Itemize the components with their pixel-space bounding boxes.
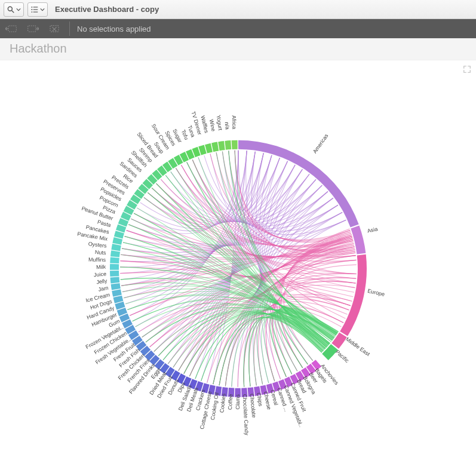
page-title: Hackathon — [10, 42, 466, 56]
selection-back-icon — [5, 24, 17, 33]
selection-forward-button[interactable] — [25, 22, 41, 36]
selection-clear-button[interactable] — [47, 22, 62, 36]
svg-rect-5 — [33, 9, 38, 10]
svg-point-4 — [31, 9, 32, 10]
divider — [69, 22, 70, 36]
chord-label: Clams — [234, 394, 241, 457]
search-dropdown-button[interactable] — [4, 2, 24, 17]
selection-clear-icon — [49, 24, 60, 33]
expand-icon[interactable] — [463, 65, 471, 76]
svg-rect-8 — [8, 26, 16, 32]
svg-rect-9 — [28, 26, 36, 32]
svg-rect-3 — [33, 7, 38, 7]
chord-label: Muffins — [0, 255, 106, 263]
dashboard-title: Executive Dashboard - copy — [55, 5, 159, 14]
svg-point-2 — [31, 6, 32, 7]
chevron-down-icon — [40, 7, 45, 12]
chevron-down-icon — [16, 7, 21, 12]
svg-rect-7 — [33, 11, 38, 12]
page-header: Hackathon — [0, 38, 476, 60]
search-icon — [7, 5, 15, 14]
list-icon — [30, 5, 39, 14]
svg-line-1 — [12, 10, 14, 13]
selection-forward-icon — [27, 24, 39, 33]
selection-bar: No selections applied — [0, 19, 476, 38]
top-toolbar: Executive Dashboard - copy — [0, 0, 476, 19]
chord-chart[interactable]: AmericasAsiaEuropeMiddle EastPacificAnch… — [0, 60, 476, 457]
list-dropdown-button[interactable] — [27, 2, 48, 17]
svg-point-6 — [31, 11, 32, 13]
selection-back-button[interactable] — [4, 22, 19, 36]
svg-point-0 — [8, 7, 12, 11]
